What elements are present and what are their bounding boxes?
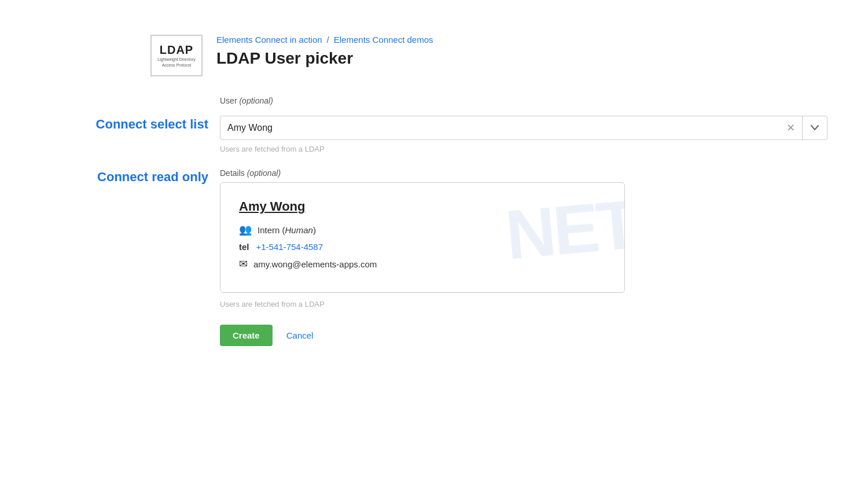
user-field-label-row: User (optional) bbox=[220, 96, 833, 109]
connect-read-only-row: Connect read only Details (optional) NET… bbox=[0, 158, 868, 313]
people-icon: 👥 bbox=[239, 223, 252, 236]
page-title: LDAP User picker bbox=[216, 49, 433, 68]
details-field-content: Details (optional) NET Amy Wong 👥 Intern… bbox=[220, 168, 833, 308]
create-button[interactable]: Create bbox=[220, 325, 273, 346]
details-card: NET Amy Wong 👥 Intern (Human) tel +1-541… bbox=[220, 182, 625, 293]
ldap-logo: LDAP Lightweight DirectoryAccess Protoco… bbox=[150, 35, 203, 76]
user-field-label: User (optional) bbox=[220, 96, 833, 105]
ldap-logo-title: LDAP bbox=[160, 43, 193, 57]
breadcrumb-separator: / bbox=[327, 35, 329, 45]
user-help-text: Users are fetched from a LDAP bbox=[220, 145, 833, 153]
page-header: LDAP Lightweight DirectoryAccess Protoco… bbox=[0, 23, 868, 94]
clear-button[interactable]: ✕ bbox=[779, 123, 802, 133]
email-icon: ✉ bbox=[239, 258, 248, 270]
user-select-input[interactable]: Amy Wong ✕ bbox=[220, 116, 827, 140]
connect-select-list-label: Connect select list bbox=[96, 117, 208, 132]
card-name[interactable]: Amy Wong bbox=[239, 199, 305, 214]
connect-read-only-label-cell: Connect read only bbox=[0, 168, 220, 185]
header-text: Elements Connect in action / Elements Co… bbox=[216, 35, 433, 68]
main-content: User (optional) Connect select list Amy … bbox=[0, 94, 868, 346]
tel-label: tel bbox=[239, 242, 249, 252]
chevron-down-icon bbox=[811, 125, 819, 131]
cancel-button[interactable]: Cancel bbox=[284, 325, 316, 346]
breadcrumb: Elements Connect in action / Elements Co… bbox=[216, 35, 433, 45]
details-help-text: Users are fetched from a LDAP bbox=[220, 300, 833, 308]
connect-select-list-row: Connect select list Amy Wong ✕ Users are… bbox=[0, 111, 868, 158]
user-select-value: Amy Wong bbox=[220, 123, 779, 133]
breadcrumb-link-2[interactable]: Elements Connect demos bbox=[334, 35, 433, 45]
ldap-logo-subtitle: Lightweight DirectoryAccess Protocol bbox=[157, 57, 195, 67]
dropdown-button[interactable] bbox=[802, 116, 827, 139]
connect-read-only-label: Connect read only bbox=[97, 170, 208, 185]
connect-select-list-label-cell: Connect select list bbox=[0, 116, 220, 132]
card-email: amy.wong@elements-apps.com bbox=[253, 259, 377, 269]
card-phone: +1-541-754-4587 bbox=[256, 242, 323, 252]
card-email-row: ✉ amy.wong@elements-apps.com bbox=[239, 258, 606, 270]
buttons-row: Create Cancel bbox=[0, 325, 868, 346]
breadcrumb-link-1[interactable]: Elements Connect in action bbox=[216, 35, 322, 45]
card-role-row: 👥 Intern (Human) bbox=[239, 223, 606, 236]
card-role-text: Intern (Human) bbox=[258, 225, 316, 235]
details-field-label: Details (optional) bbox=[220, 168, 833, 178]
connect-select-list-label-spacer bbox=[0, 96, 220, 97]
card-phone-row: tel +1-541-754-4587 bbox=[239, 242, 606, 252]
user-field-content: Amy Wong ✕ Users are fetched from a LDAP bbox=[220, 116, 833, 153]
